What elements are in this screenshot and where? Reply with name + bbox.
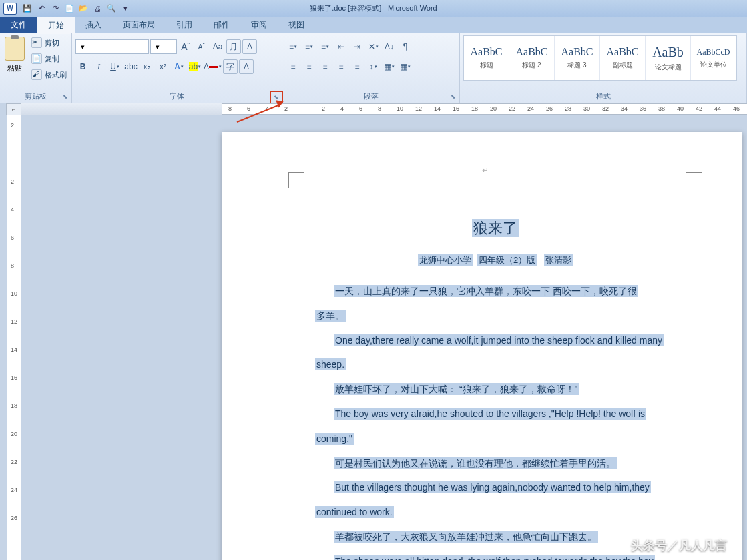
font-color-button[interactable]: A▾ [204,59,222,74]
bold-button[interactable]: B [75,59,90,74]
qat-undo[interactable]: ↶ [35,3,47,15]
document-content[interactable]: 狼来了 龙狮中心小学 四年级（2）版 张清影 一天，山上真的来了一只狼，它冲入羊… [248,172,729,560]
paragraph-launcher[interactable]: ⬊ [449,92,458,101]
increase-indent-button[interactable]: ⇥ [350,39,364,54]
style-preview: AaBb [652,45,684,60]
title-bar: W 💾 ↶ ↷ 📄 📂 🖨 🔍 ▾ 狼来了.doc [兼容模式] - Micro… [0,0,747,17]
paragraph-mark: ↵ [482,166,489,175]
copy-icon: 📄 [31,53,42,64]
ruler-tick: 36 [640,105,646,112]
shading-button[interactable]: ▦▾ [382,59,397,74]
style-preview: AaBbC [471,46,503,58]
sort-button[interactable]: A↓ [382,39,397,54]
doc-paragraph[interactable]: The sheep were all bitten dead .the wolf… [315,551,676,560]
doc-paragraph[interactable]: continued to work. [315,502,676,523]
char-border-button[interactable]: A [242,39,257,54]
cjk-button[interactable]: ✕▾ [366,39,381,54]
font-family-combo[interactable]: ▾ [75,39,149,54]
horizontal-ruler[interactable]: 8642246810121416182022242628303234363840… [21,103,747,115]
qat-preview[interactable]: 🔍 [105,3,117,15]
copy-button[interactable]: 📄复制 [31,51,67,66]
highlight-button[interactable]: ab▾ [188,59,202,74]
ruler-tick: 2 [284,105,288,112]
distribute-button[interactable]: ≡ [350,59,364,74]
ruler-corner[interactable]: ⌐ [6,103,21,115]
doc-paragraph[interactable]: 可是村民们认为他又在说谎，谁也没有理他，都继续忙着手里的活。 [315,453,676,474]
justify-button[interactable]: ≡ [334,59,348,74]
font-size-combo[interactable]: ▾ [150,39,177,54]
qat-redo[interactable]: ↷ [49,3,61,15]
multilevel-button[interactable]: ≡▾ [318,39,332,54]
cut-button[interactable]: ✂剪切 [31,35,67,50]
superscript-button[interactable]: x² [156,59,170,74]
vruler-tick: 2 [11,178,14,185]
decrease-indent-button[interactable]: ⇤ [334,39,348,54]
italic-button[interactable]: I [91,59,106,74]
font-launcher[interactable]: ⬊ [270,91,283,104]
doc-paragraph[interactable]: One day,there really came a wolf,it jump… [315,330,676,351]
style-item[interactable]: AaBbC副标题 [600,36,646,80]
quick-access-toolbar: 💾 ↶ ↷ 📄 📂 🖨 🔍 ▾ [21,3,132,15]
doc-subtitle[interactable]: 龙狮中心小学 四年级（2）版 张清影 [315,251,676,270]
clipboard-launcher[interactable]: ⬊ [61,92,70,101]
change-case-button[interactable]: Aa [210,39,225,54]
borders-button[interactable]: ▦▾ [398,59,413,74]
ruler-tick: 4 [266,105,269,112]
phonetic-button[interactable]: ⺆ [226,39,241,54]
document-scroll[interactable]: ↵ 狼来了 龙狮中心小学 四年级（2）版 张清影 一天，山上真的来了一只狼，它冲… [21,115,747,560]
paste-button[interactable]: 粘贴 [3,35,26,73]
doc-paragraph[interactable]: But the villagers thought he was lying a… [315,477,676,498]
align-center-button[interactable]: ≡ [302,59,316,74]
tab-insert[interactable]: 插入 [75,17,112,33]
style-preview: AaBbC [516,46,548,58]
styles-gallery[interactable]: AaBbC标题 AaBbC标题 2 AaBbC标题 3 AaBbC副标题 AaB… [463,35,737,81]
doc-paragraph[interactable]: 放羊娃吓坏了，对山下大喊： “狼来了，狼来了，救命呀！” [315,379,676,400]
qat-new[interactable]: 📄 [63,3,75,15]
style-item[interactable]: AaBbC标题 2 [509,36,555,80]
numbering-button[interactable]: ≡▾ [302,39,316,54]
tab-review[interactable]: 审阅 [240,17,278,33]
format-painter-button[interactable]: 🖌格式刷 [31,67,67,82]
vruler-tick: 14 [11,346,17,353]
qat-more[interactable]: ▾ [119,3,132,15]
qat-open[interactable]: 📂 [77,3,89,15]
shrink-font-button[interactable]: Aˇ [194,39,209,54]
align-left-button[interactable]: ≡ [286,59,300,74]
tab-view[interactable]: 视图 [278,17,315,33]
doc-paragraph[interactable]: coming." [315,429,676,449]
doc-paragraph[interactable]: 羊都被咬死了，大灰狼又向放羊娃冲过来，他急忙向山下跑去。 [315,527,676,547]
subscript-button[interactable]: x₂ [140,59,154,74]
ruler-tick: 6 [359,105,362,112]
clear-format-button[interactable]: A [239,59,254,74]
tab-mail[interactable]: 邮件 [203,17,240,33]
style-item[interactable]: AaBbC标题 [464,36,509,80]
qat-save[interactable]: 💾 [21,3,33,15]
enclose-char-button[interactable]: 字 [223,59,238,74]
tab-layout[interactable]: 页面布局 [112,17,166,33]
qat-print[interactable]: 🖨 [91,3,103,15]
text-effects-button[interactable]: A▾ [172,59,186,74]
underline-button[interactable]: U▾ [107,59,122,74]
strike-button[interactable]: abc [123,59,138,74]
tab-home[interactable]: 开始 [37,17,75,34]
tab-references[interactable]: 引用 [166,17,203,33]
grow-font-button[interactable]: Aˆ [178,39,193,54]
show-marks-button[interactable]: ¶ [398,39,413,54]
bullets-button[interactable]: ≡▾ [286,39,300,54]
doc-title[interactable]: 狼来了 [315,212,676,244]
style-item[interactable]: AaBbC标题 3 [555,36,600,80]
align-right-button[interactable]: ≡ [318,59,332,74]
doc-paragraph[interactable]: 多羊。 [315,306,676,326]
doc-paragraph[interactable]: 一天，山上真的来了一只狼，它冲入羊群，东咬一下 西咬一下，咬死了很 [315,281,676,302]
tab-file[interactable]: 文件 [0,17,37,33]
doc-paragraph[interactable]: sheep. [315,354,676,375]
line-spacing-button[interactable]: ↕▾ [366,59,381,74]
ribbon: 粘贴 ✂剪切 📄复制 🖌格式刷 剪贴板 ⬊ ▾ ▾ Aˆ Aˇ Aa ⺆ A [0,33,747,103]
doc-paragraph[interactable]: The boy was very afraid,he shouted to th… [315,404,676,425]
vruler-tick: 10 [11,290,17,297]
style-item[interactable]: AaBb论文标题 [646,36,691,80]
vertical-ruler[interactable]: 22468101214161820222426 [7,115,21,560]
document-page[interactable]: ↵ 狼来了 龙狮中心小学 四年级（2）版 张清影 一天，山上真的来了一只狼，它冲… [222,132,742,560]
style-item[interactable]: AaBbCcD论文单位 [691,36,736,80]
cut-label: 剪切 [45,38,59,48]
